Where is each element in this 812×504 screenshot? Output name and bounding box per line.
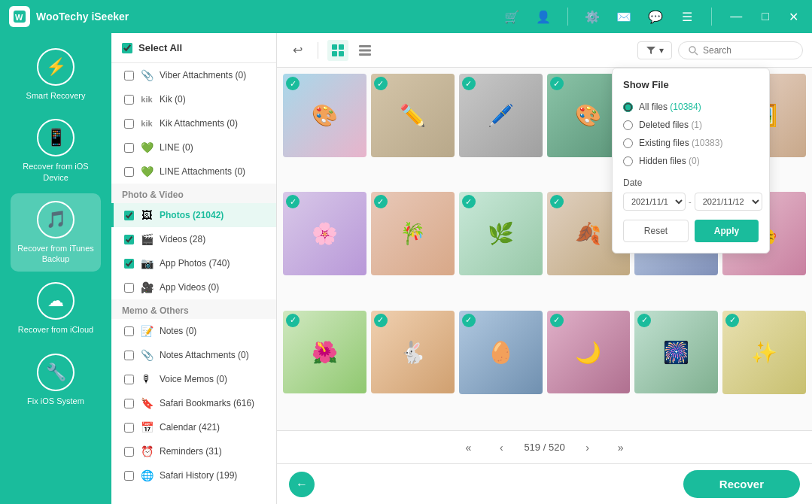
safari-bm-icon: 🔖 bbox=[140, 396, 154, 410]
photo-item[interactable]: 🖊️✓ bbox=[459, 74, 543, 157]
sidebar-item-recover-itunes[interactable]: 🎵 Recover from iTunes Backup bbox=[11, 193, 101, 272]
settings-icon[interactable]: ⚙️ bbox=[582, 6, 603, 27]
pagination-first-button[interactable]: « bbox=[458, 437, 479, 458]
photo-item[interactable]: 🌸✓ bbox=[283, 192, 366, 275]
section-memo-others: Memo & Others bbox=[111, 299, 276, 319]
app-videos-icon: 🎥 bbox=[140, 281, 154, 294]
safari-bm-checkbox[interactable] bbox=[124, 399, 134, 408]
back-button[interactable]: ↩ bbox=[286, 39, 309, 62]
svg-rect-6 bbox=[359, 45, 371, 47]
kik-checkbox[interactable] bbox=[124, 95, 134, 105]
photo-item[interactable]: 🌙✓ bbox=[547, 311, 631, 394]
hidden-files-radio[interactable] bbox=[623, 156, 633, 166]
bottom-back-button[interactable]: ← bbox=[289, 472, 315, 497]
cat-item-safari-bm[interactable]: 🔖 Safari Bookmarks (616) bbox=[111, 391, 276, 415]
cart-icon[interactable]: 🛒 bbox=[501, 6, 522, 27]
photo-item[interactable]: 🎆✓ bbox=[634, 311, 718, 394]
filter-button[interactable]: ▾ bbox=[637, 41, 672, 59]
user-icon[interactable]: 👤 bbox=[533, 6, 554, 27]
cat-item-app-photos[interactable]: 📷 App Photos (740) bbox=[111, 251, 276, 275]
cat-item-notes[interactable]: 📝 Notes (0) bbox=[111, 319, 276, 343]
sidebar-item-recover-ios[interactable]: 📱 Recover from iOS Device bbox=[11, 111, 101, 190]
line-att-checkbox[interactable] bbox=[124, 167, 134, 177]
videos-checkbox[interactable] bbox=[124, 235, 134, 244]
email-icon[interactable]: ✉️ bbox=[613, 6, 634, 27]
photo-item[interactable]: 🎨✓ bbox=[283, 74, 366, 157]
svg-rect-8 bbox=[359, 53, 371, 56]
safari-hist-label: Safari History (199) bbox=[160, 470, 266, 481]
viber-checkbox[interactable] bbox=[124, 71, 134, 80]
app-photos-checkbox[interactable] bbox=[124, 259, 134, 269]
cat-item-calendar[interactable]: 📅 Calendar (421) bbox=[111, 415, 276, 439]
titlebar-icons: 🛒 👤 ⚙️ ✉️ 💬 ☰ — □ ✕ bbox=[501, 6, 803, 27]
photo-item[interactable]: ✏️✓ bbox=[371, 74, 455, 157]
cat-item-reminders[interactable]: ⏰ Reminders (31) bbox=[111, 439, 276, 463]
photo-item[interactable]: 🐇✓ bbox=[371, 311, 455, 394]
calendar-checkbox[interactable] bbox=[124, 423, 134, 433]
all-files-radio[interactable] bbox=[623, 102, 633, 112]
pagination-last-button[interactable]: » bbox=[610, 437, 631, 458]
app-videos-checkbox[interactable] bbox=[124, 283, 134, 293]
grid-view-button[interactable] bbox=[327, 40, 348, 61]
search-input[interactable] bbox=[703, 45, 793, 56]
cat-item-voice-memos[interactable]: 🎙 Voice Memos (0) bbox=[111, 367, 276, 391]
menu-icon[interactable]: ☰ bbox=[677, 6, 698, 27]
minimize-button[interactable]: — bbox=[725, 8, 747, 25]
photo-item[interactable]: 🥚✓ bbox=[459, 311, 543, 394]
maximize-button[interactable]: □ bbox=[757, 8, 774, 25]
show-file-dropdown: Show File All files (10384) Deleted file… bbox=[612, 68, 770, 254]
notes-checkbox[interactable] bbox=[124, 326, 134, 336]
deleted-files-radio[interactable] bbox=[623, 120, 633, 130]
cat-item-kik[interactable]: kik Kik (0) bbox=[111, 87, 276, 111]
pagination-next-button[interactable]: › bbox=[577, 437, 598, 458]
category-header: Select All bbox=[111, 33, 276, 63]
sidebar-item-recover-icloud-label: Recover from iCloud bbox=[18, 324, 93, 335]
existing-files-radio[interactable] bbox=[623, 138, 633, 148]
photo-item[interactable]: 🌿✓ bbox=[459, 192, 543, 275]
list-view-button[interactable] bbox=[354, 40, 376, 61]
cat-item-line[interactable]: 💚 LINE (0) bbox=[111, 135, 276, 159]
sidebar-item-fix-ios[interactable]: 🔧 Fix iOS System bbox=[11, 346, 101, 414]
reminders-checkbox[interactable] bbox=[124, 447, 134, 457]
photo-check: ✓ bbox=[286, 314, 300, 327]
option-hidden-files[interactable]: Hidden files (0) bbox=[623, 152, 759, 170]
notes-att-checkbox[interactable] bbox=[124, 351, 134, 360]
voice-memos-checkbox[interactable] bbox=[124, 375, 134, 384]
option-deleted-files[interactable]: Deleted files (1) bbox=[623, 116, 759, 134]
cat-item-safari-hist[interactable]: 🌐 Safari History (199) bbox=[111, 463, 276, 487]
cat-item-kik-att[interactable]: kik Kik Attachments (0) bbox=[111, 111, 276, 135]
line-checkbox[interactable] bbox=[124, 143, 134, 153]
recover-button[interactable]: Recover bbox=[683, 470, 800, 498]
cat-item-videos[interactable]: 🎬 Videos (28) bbox=[111, 227, 276, 251]
photo-item[interactable]: 🌺✓ bbox=[283, 311, 366, 394]
option-existing-files[interactable]: Existing files (10383) bbox=[623, 134, 759, 152]
fix-ios-icon: 🔧 bbox=[37, 354, 75, 391]
kik-att-icon: kik bbox=[140, 117, 154, 130]
apply-button[interactable]: Apply bbox=[695, 220, 759, 242]
kik-att-checkbox[interactable] bbox=[124, 119, 134, 129]
sidebar-item-smart-recovery[interactable]: ⚡ Smart Recovery bbox=[11, 41, 101, 108]
date-from-select[interactable]: 2021/11/1 bbox=[623, 193, 686, 211]
photo-item[interactable]: 🎋✓ bbox=[371, 192, 455, 275]
chat-icon[interactable]: 💬 bbox=[645, 6, 666, 27]
date-to-select[interactable]: 2021/11/12 bbox=[695, 193, 762, 211]
notes-label: Notes (0) bbox=[160, 326, 266, 336]
line-icon: 💚 bbox=[140, 141, 154, 154]
cat-item-app-videos[interactable]: 🎥 App Videos (0) bbox=[111, 275, 276, 299]
pagination-prev-button[interactable]: ‹ bbox=[491, 437, 512, 458]
photo-item[interactable]: ✨✓ bbox=[722, 311, 806, 394]
cat-item-photos[interactable]: 🖼 Photos (21042) bbox=[111, 203, 276, 227]
option-all-files[interactable]: All files (10384) bbox=[623, 98, 759, 116]
safari-hist-icon: 🌐 bbox=[140, 469, 154, 482]
reset-button[interactable]: Reset bbox=[623, 220, 689, 242]
sidebar-item-recover-icloud[interactable]: ☁ Recover from iCloud bbox=[11, 275, 101, 342]
cat-item-viber[interactable]: 📎 Viber Attachments (0) bbox=[111, 63, 276, 87]
content-toolbar: ↩ ▾ bbox=[277, 33, 812, 68]
cat-item-line-att[interactable]: 💚 LINE Attachments (0) bbox=[111, 159, 276, 184]
select-all-checkbox[interactable] bbox=[122, 43, 132, 53]
photos-checkbox[interactable] bbox=[124, 211, 134, 220]
pagination-info: 519 / 520 bbox=[524, 442, 564, 453]
safari-hist-checkbox[interactable] bbox=[124, 471, 134, 481]
close-button[interactable]: ✕ bbox=[784, 8, 803, 26]
cat-item-notes-att[interactable]: 📎 Notes Attachments (0) bbox=[111, 343, 276, 367]
